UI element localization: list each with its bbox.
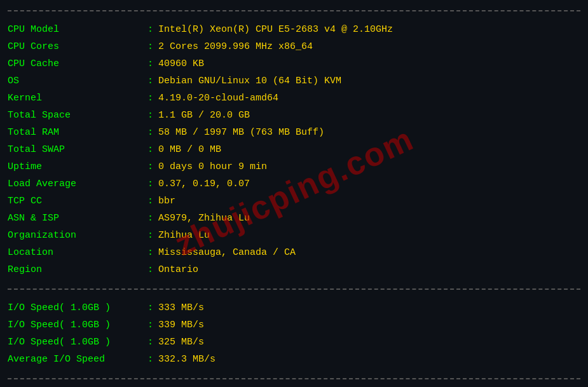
row-colon: :	[147, 74, 153, 89]
bottom-separator	[8, 378, 580, 379]
row-colon: :	[147, 142, 153, 158]
row-label: Total SWAP	[8, 142, 147, 158]
row-label: CPU Model	[8, 22, 147, 37]
row-label: Location	[8, 245, 147, 261]
row-label: OS	[8, 74, 147, 89]
row-colon: :	[147, 160, 153, 175]
row-colon: :	[147, 245, 153, 261]
row-colon: :	[147, 91, 153, 106]
row-label: CPU Cache	[8, 57, 147, 72]
io-speed-row: Average I/O Speed: 332.3 MB/s	[8, 352, 580, 367]
row-value: 1.1 GB / 20.0 GB	[158, 108, 250, 123]
row-colon: :	[147, 352, 153, 367]
io-speed-row: I/O Speed( 1.0GB ): 339 MB/s	[8, 318, 580, 333]
system-info-row: Location: Mississauga, Canada / CA	[8, 245, 580, 261]
row-colon: :	[147, 39, 153, 55]
row-colon: :	[147, 228, 153, 243]
row-label: Total Space	[8, 108, 147, 123]
row-value: 325 MB/s	[158, 335, 204, 350]
row-value: 0.37, 0.19, 0.07	[158, 177, 250, 192]
row-colon: :	[147, 262, 153, 278]
row-colon: :	[147, 125, 153, 140]
main-container: zhujicping.com CPU Model: Intel(R) Xeon(…	[0, 0, 588, 387]
row-colon: :	[147, 194, 153, 209]
row-label: Kernel	[8, 91, 147, 106]
row-value: AS979, Zhihua Lu	[158, 211, 250, 226]
row-value: Zhihua Lu	[158, 228, 210, 243]
row-value: Ontario	[158, 262, 198, 278]
system-info-row: Organization: Zhihua Lu	[8, 228, 580, 243]
row-colon: :	[147, 22, 153, 37]
row-colon: :	[147, 57, 153, 72]
row-value: Intel(R) Xeon(R) CPU E5-2683 v4 @ 2.10GH…	[158, 22, 393, 37]
middle-separator	[8, 289, 580, 290]
row-colon: :	[147, 318, 153, 333]
row-label: Load Average	[8, 177, 147, 192]
row-label: Organization	[8, 228, 147, 243]
row-label: Uptime	[8, 160, 147, 175]
system-info-section: CPU Model: Intel(R) Xeon(R) CPU E5-2683 …	[8, 17, 580, 283]
row-label: TCP CC	[8, 194, 147, 209]
io-speed-row: I/O Speed( 1.0GB ): 325 MB/s	[8, 335, 580, 350]
io-speed-row: I/O Speed( 1.0GB ): 333 MB/s	[8, 301, 580, 316]
row-label: I/O Speed( 1.0GB )	[8, 318, 147, 333]
row-value: bbr	[158, 194, 175, 209]
row-label: Total RAM	[8, 125, 147, 140]
row-value: Debian GNU/Linux 10 (64 Bit) KVM	[158, 74, 341, 89]
row-value: Mississauga, Canada / CA	[158, 245, 296, 261]
io-speed-section: I/O Speed( 1.0GB ): 333 MB/sI/O Speed( 1…	[8, 295, 580, 373]
row-label: Average I/O Speed	[8, 352, 147, 367]
row-colon: :	[147, 211, 153, 226]
system-info-row: Region: Ontario	[8, 262, 580, 278]
system-info-row: Total RAM: 58 MB / 1997 MB (763 MB Buff)	[8, 125, 580, 140]
row-label: I/O Speed( 1.0GB )	[8, 335, 147, 350]
system-info-row: CPU Cache: 40960 KB	[8, 57, 580, 72]
system-info-row: CPU Model: Intel(R) Xeon(R) CPU E5-2683 …	[8, 22, 580, 37]
system-info-row: CPU Cores: 2 Cores 2099.996 MHz x86_64	[8, 39, 580, 55]
row-value: 4.19.0-20-cloud-amd64	[158, 91, 278, 106]
row-value: 333 MB/s	[158, 301, 204, 316]
row-value: 40960 KB	[158, 57, 204, 72]
top-separator	[8, 10, 580, 11]
row-label: I/O Speed( 1.0GB )	[8, 301, 147, 316]
system-info-row: Kernel: 4.19.0-20-cloud-amd64	[8, 91, 580, 106]
system-info-row: Total SWAP: 0 MB / 0 MB	[8, 142, 580, 158]
system-info-row: Load Average: 0.37, 0.19, 0.07	[8, 177, 580, 192]
row-colon: :	[147, 177, 153, 192]
system-info-row: Uptime: 0 days 0 hour 9 min	[8, 160, 580, 175]
row-value: 0 days 0 hour 9 min	[158, 160, 267, 175]
system-info-row: ASN & ISP: AS979, Zhihua Lu	[8, 211, 580, 226]
row-label: ASN & ISP	[8, 211, 147, 226]
system-info-row: OS: Debian GNU/Linux 10 (64 Bit) KVM	[8, 74, 580, 89]
row-colon: :	[147, 335, 153, 350]
row-value: 58 MB / 1997 MB (763 MB Buff)	[158, 125, 324, 140]
row-value: 0 MB / 0 MB	[158, 142, 221, 158]
row-label: Region	[8, 262, 147, 278]
row-value: 2 Cores 2099.996 MHz x86_64	[158, 39, 313, 55]
row-value: 339 MB/s	[158, 318, 204, 333]
row-colon: :	[147, 108, 153, 123]
row-value: 332.3 MB/s	[158, 352, 215, 367]
row-colon: :	[147, 301, 153, 316]
system-info-row: Total Space: 1.1 GB / 20.0 GB	[8, 108, 580, 123]
system-info-row: TCP CC: bbr	[8, 194, 580, 209]
row-label: CPU Cores	[8, 39, 147, 55]
